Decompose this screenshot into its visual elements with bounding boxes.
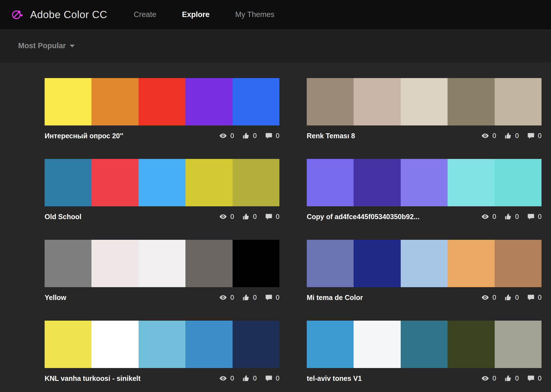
comments-stat[interactable]: 0 <box>265 132 279 140</box>
comment-icon[interactable] <box>265 213 272 220</box>
thumbs-up-icon[interactable] <box>504 375 512 382</box>
comment-icon[interactable] <box>265 132 272 139</box>
theme-swatches[interactable] <box>45 159 279 206</box>
theme-title[interactable]: KNL vanha turkoosi - sinikelt <box>45 374 141 383</box>
comments-stat[interactable]: 0 <box>527 374 542 382</box>
color-swatch[interactable] <box>448 159 494 206</box>
thumbs-up-icon[interactable] <box>504 213 512 220</box>
color-swatch[interactable] <box>401 240 448 287</box>
comments-stat[interactable]: 0 <box>527 132 542 140</box>
app-title[interactable]: Adobe Color CC <box>30 9 107 21</box>
likes-stat[interactable]: 0 <box>504 132 519 140</box>
explore-content: Интересный опрос 20″ 0 0 0 Renk Teması 8… <box>0 62 551 383</box>
comment-icon[interactable] <box>265 294 272 301</box>
color-swatch[interactable] <box>495 240 542 287</box>
color-swatch[interactable] <box>495 159 542 206</box>
comments-stat[interactable]: 0 <box>265 374 279 382</box>
theme-stats: 0 0 0 <box>219 132 279 140</box>
color-swatch[interactable] <box>233 159 279 206</box>
thumbs-up-icon[interactable] <box>242 213 250 220</box>
color-swatch[interactable] <box>495 321 542 368</box>
color-swatch[interactable] <box>401 159 448 206</box>
comments-stat[interactable]: 0 <box>265 294 279 301</box>
color-swatch[interactable] <box>139 78 185 125</box>
thumbs-up-icon[interactable] <box>242 294 250 301</box>
color-swatch[interactable] <box>354 78 400 125</box>
color-swatch[interactable] <box>354 159 400 206</box>
theme-swatches[interactable] <box>307 78 542 125</box>
color-swatch[interactable] <box>401 321 448 368</box>
color-swatch[interactable] <box>91 159 138 206</box>
color-swatch[interactable] <box>307 240 354 287</box>
color-swatch[interactable] <box>185 159 232 206</box>
views-count: 0 <box>492 374 496 382</box>
theme-title[interactable]: Renk Teması 8 <box>307 132 355 140</box>
views-count: 0 <box>230 132 234 140</box>
nav-create[interactable]: Create <box>134 10 156 19</box>
views-count: 0 <box>230 374 234 382</box>
color-swatch[interactable] <box>45 240 91 287</box>
color-swatch[interactable] <box>401 78 448 125</box>
nav-explore[interactable]: Explore <box>182 10 209 19</box>
comment-icon[interactable] <box>527 294 535 301</box>
color-swatch[interactable] <box>448 240 494 287</box>
theme-title[interactable]: Интересный опрос 20″ <box>45 132 123 140</box>
color-swatch[interactable] <box>185 321 232 368</box>
theme-title[interactable]: Yellow <box>45 294 66 302</box>
comment-icon[interactable] <box>527 132 535 139</box>
likes-stat[interactable]: 0 <box>242 132 257 140</box>
likes-stat[interactable]: 0 <box>504 213 519 221</box>
color-swatch[interactable] <box>185 240 232 287</box>
color-swatch[interactable] <box>448 321 494 368</box>
home-logo-link[interactable]: Adobe Color CC <box>11 8 107 21</box>
likes-stat[interactable]: 0 <box>504 294 519 301</box>
comment-icon[interactable] <box>265 375 272 382</box>
thumbs-up-icon[interactable] <box>504 132 512 139</box>
color-swatch[interactable] <box>354 321 400 368</box>
theme-title[interactable]: Old School <box>45 213 81 221</box>
color-swatch[interactable] <box>91 240 138 287</box>
theme-swatches[interactable] <box>45 78 279 125</box>
color-swatch[interactable] <box>45 159 91 206</box>
theme-title[interactable]: Copy of ad4fce445f05340350b92... <box>307 213 419 221</box>
color-swatch[interactable] <box>448 78 494 125</box>
sort-dropdown[interactable]: Most Popular <box>18 42 75 50</box>
thumbs-up-icon[interactable] <box>242 375 250 382</box>
color-swatch[interactable] <box>139 240 185 287</box>
theme-card: Интересный опрос 20″ 0 0 0 <box>45 78 279 141</box>
color-swatch[interactable] <box>307 78 354 125</box>
comments-stat[interactable]: 0 <box>265 213 279 221</box>
color-swatch[interactable] <box>139 321 185 368</box>
thumbs-up-icon[interactable] <box>242 132 250 139</box>
theme-title[interactable]: Mi tema de Color <box>307 294 363 302</box>
theme-swatches[interactable] <box>307 159 542 206</box>
comments-stat[interactable]: 0 <box>527 213 542 221</box>
color-swatch[interactable] <box>233 78 279 125</box>
color-swatch[interactable] <box>45 78 91 125</box>
color-swatch[interactable] <box>45 321 91 368</box>
likes-stat[interactable]: 0 <box>242 374 257 382</box>
nav-my-themes[interactable]: My Themes <box>235 10 275 19</box>
thumbs-up-icon[interactable] <box>504 294 512 301</box>
color-swatch[interactable] <box>233 321 279 368</box>
theme-swatches[interactable] <box>307 321 542 368</box>
likes-stat[interactable]: 0 <box>504 374 519 382</box>
color-swatch[interactable] <box>185 78 232 125</box>
theme-swatches[interactable] <box>45 240 279 287</box>
color-swatch[interactable] <box>354 240 400 287</box>
color-swatch[interactable] <box>91 321 138 368</box>
likes-stat[interactable]: 0 <box>242 213 257 221</box>
color-swatch[interactable] <box>233 240 279 287</box>
color-swatch[interactable] <box>307 159 354 206</box>
color-swatch[interactable] <box>495 78 542 125</box>
theme-swatches[interactable] <box>307 240 542 287</box>
theme-swatches[interactable] <box>45 321 279 368</box>
color-swatch[interactable] <box>307 321 354 368</box>
comment-icon[interactable] <box>527 213 535 220</box>
comments-stat[interactable]: 0 <box>527 294 542 301</box>
color-swatch[interactable] <box>139 159 185 206</box>
likes-stat[interactable]: 0 <box>242 294 257 301</box>
color-swatch[interactable] <box>91 78 138 125</box>
comment-icon[interactable] <box>527 375 535 382</box>
theme-title[interactable]: tel-aviv tones V1 <box>307 374 362 383</box>
